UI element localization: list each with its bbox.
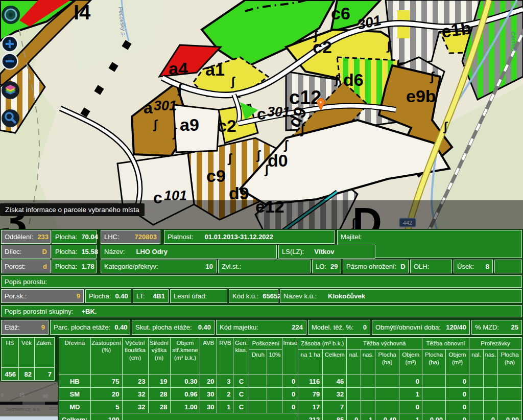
svg-text:c: c [257,105,266,123]
svg-text:ʃ: ʃ [283,138,289,152]
field-plocha-oddeleni: Plocha:70.04 [52,230,97,244]
field-kod-ku: Kód k.ú.:656526 [229,289,278,303]
svg-text:ʃ: ʃ [230,75,235,88]
svg-text:e9b: e9b [406,86,436,106]
field-lslz: LS(LZ):Vítkov [278,245,375,259]
zoom-out-button[interactable] [1,53,18,72]
map-attribution: Seznam cz, a.s. [6,406,41,412]
field-nazev: Název:LHO Odry [101,245,277,259]
field-plocha-porost: Plocha:1.78 [52,260,97,273]
layers-button[interactable] [1,81,20,102]
svg-text:c2: c2 [217,116,236,135]
plus-icon [1,35,18,53]
parcel-info-panel: Oddělení:233 Plocha:70.04 LHC:720803 Pla… [0,229,523,337]
svg-text:ʃ: ʃ [177,82,182,96]
svg-text:301: 301 [154,98,177,113]
svg-text:ʃ: ʃ [256,148,261,162]
stand-summary-table: HSVěkZakm.456827 [0,336,58,382]
field-lhc: LHC:720803 [101,230,160,244]
svg-text:c2: c2 [313,37,332,57]
field-obmyti: Obmýtí/obnovní doba:120/40 [372,320,470,335]
svg-text:ʃ: ʃ [334,73,339,86]
field-zvlst: Zvl.st.: [218,260,311,273]
scale-bar [22,402,45,405]
field-lesni-urad: Lesní úřad: [170,289,227,303]
svg-text:a: a [144,99,153,117]
search-button[interactable] [1,109,20,130]
svg-text:a4: a4 [169,59,188,78]
svg-text:a1: a1 [205,60,225,79]
field-popis-skupiny: Popis porostní skupiny:+BK. [1,305,522,317]
field-porost: Porost:d [1,260,51,273]
field-nazev-ku: Název k.ú.:Klokočůvek [280,289,522,303]
field-skut-plocha: Skut. plocha etáže:0.40 [132,320,215,335]
field-pasmo: Pásmo ohrožení:D [343,260,409,273]
locate-icon [1,5,20,25]
field-olh: OLH: [410,260,452,273]
field-plocha-dilec: Plocha:15.58 [52,245,97,259]
scale-label-0: 0 [1,392,4,398]
svg-text:d6: d6 [343,70,364,89]
svg-text:ʃ: ʃ [153,118,158,131]
svg-text:c9: c9 [206,166,226,185]
field-popis-porostu: Popis porostu: [1,275,522,288]
svg-text:c6: c6 [331,4,350,23]
svg-text:ʃ: ʃ [386,39,391,53]
map-tooltip: Získat informace o parcele vybraného mís… [0,203,145,216]
species-detail-table: DřevinaZastoupení (%)Výčetní tloušťka (c… [58,336,523,420]
field-dilec: Dílec:D [1,245,51,259]
field-etaz: Etáž:9 [1,320,49,335]
svg-text:e1b: e1b [440,18,472,41]
field-parc-plocha: Parc. plocha etáže:0.40 [50,320,130,335]
svg-text:ʃ: ʃ [430,69,435,83]
field-platnost: Platnost:01.01.2013-31.12.2022 [164,230,335,244]
field-oddeleni: Oddělení:233 [1,230,51,244]
zoom-in-button[interactable] [1,35,18,55]
map-attribution-year: 2022 [49,406,58,411]
layers-icon [1,81,20,100]
svg-text:I4: I4 [74,1,91,24]
search-icon [1,109,20,128]
svg-text:d0: d0 [268,151,288,170]
field-lt: LT:4B1 [133,289,169,303]
field-porsk: Por.sk.:9 [1,289,84,303]
scale-bar [0,402,22,405]
minus-icon [1,53,18,70]
svg-text:a9: a9 [180,115,199,134]
forestry-map-app: ʃʃʃʃʃʃʃʃʃʃʃʃʃʃʃ I4c6c2301e1ba4a1c12d6e9b… [0,0,523,420]
field-mzd: % MZD:25 [471,320,522,335]
field-kod-majetku: Kód majetku:224 [216,320,306,335]
svg-text:ʃ: ʃ [227,151,232,165]
field-kategorie: Kategorie/překryv:10 [101,260,217,273]
svg-text:ʃ: ʃ [172,126,177,139]
locate-button[interactable] [1,5,20,27]
field-lo: LO:29 [312,260,341,273]
field-model-tez: Model. těž. %:0 [308,320,370,335]
scale-label-50: 50 [43,393,48,399]
svg-text:ʃ: ʃ [443,120,448,133]
field-empty [494,260,522,273]
field-plocha-porsk: Plocha:0.40 [85,289,131,303]
field-usek: Úsek:8 [454,260,493,273]
scale-label-25: 25 [19,392,25,398]
svg-text:*: * [320,100,322,106]
